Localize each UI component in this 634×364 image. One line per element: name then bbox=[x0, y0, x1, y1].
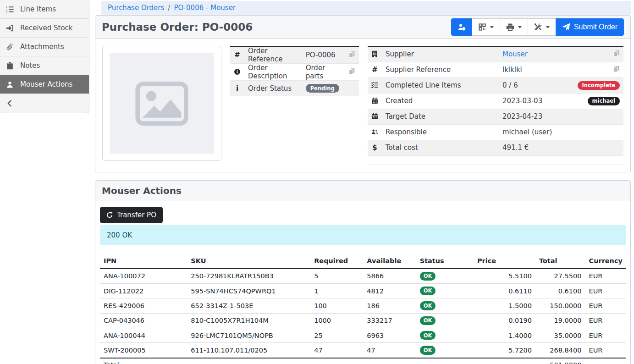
mouser-actions-title: Mouser Actions bbox=[102, 185, 182, 196]
sidebar-item-notes[interactable]: Notes bbox=[0, 56, 89, 75]
users-icon bbox=[371, 128, 378, 135]
cell-ipn: CAP-043046 bbox=[100, 313, 187, 328]
submit-order-button[interactable]: Submit Order bbox=[556, 18, 624, 36]
cell-available: 47 bbox=[363, 343, 416, 358]
cell-total: 0.6100 bbox=[535, 283, 585, 298]
cell-ipn: SWT-200005 bbox=[100, 343, 187, 358]
barcode-button[interactable] bbox=[472, 18, 500, 36]
transfer-po-label: Transfer PO bbox=[117, 211, 156, 219]
calendar-icon bbox=[371, 97, 378, 104]
copy-icon[interactable] bbox=[348, 51, 355, 60]
qrcode-icon bbox=[478, 23, 486, 31]
sign-in-icon bbox=[6, 24, 14, 32]
part-image-card[interactable] bbox=[102, 46, 221, 161]
table-row: RES-429006 652-3314Z-1-503E 100 186 OK 1… bbox=[100, 298, 626, 313]
calendar-icon bbox=[371, 113, 378, 120]
cell-ipn: DIG-112022 bbox=[100, 283, 187, 298]
col-header-available: Available bbox=[363, 254, 416, 269]
table-row: ANA-100072 250-72981KLRATR150B3 5 5866 O… bbox=[100, 269, 626, 284]
main-content: Purchase Orders / PO-0006 - Mouser Purch… bbox=[95, 1, 634, 364]
cell-available: 6963 bbox=[363, 328, 416, 343]
sidebar-item-label: Mouser Actions bbox=[20, 80, 72, 88]
detail-label: Supplier bbox=[382, 46, 499, 62]
cell-price: 5.5100 bbox=[474, 269, 535, 284]
detail-label: Responsible bbox=[382, 124, 499, 140]
table-row: DIG-112022 595-SN74HCS74QPWRQ1 1 4812 OK… bbox=[100, 283, 626, 298]
total-value: 501.0000 bbox=[535, 358, 585, 364]
cell-currency: EUR bbox=[585, 269, 626, 284]
cell-sku: 595-SN74HCS74QPWRQ1 bbox=[187, 283, 310, 298]
detail-row-responsible: Responsible michael (user) bbox=[368, 124, 623, 140]
cell-currency: EUR bbox=[585, 283, 626, 298]
order-actions-group: Submit Order bbox=[451, 18, 624, 36]
chevron-left-icon bbox=[6, 99, 14, 107]
cell-available: 186 bbox=[363, 298, 416, 313]
transfer-po-button[interactable]: Transfer PO bbox=[100, 207, 163, 223]
cell-sku: 810-C1005X7R1H104M bbox=[187, 313, 310, 328]
copy-icon[interactable] bbox=[613, 50, 620, 59]
cell-required: 47 bbox=[310, 343, 363, 358]
sidebar-item-mouser-actions[interactable]: Mouser Actions bbox=[0, 75, 89, 94]
breadcrumb-link-purchase-orders[interactable]: Purchase Orders bbox=[108, 4, 164, 12]
table-row: SWT-200005 611-110.107.011/0205 47 47 OK… bbox=[100, 343, 626, 358]
copy-icon[interactable] bbox=[348, 68, 355, 77]
cell-required: 1000 bbox=[310, 313, 363, 328]
col-header-ipn: IPN bbox=[100, 254, 187, 269]
cell-total: 150.0000 bbox=[535, 298, 585, 313]
paperclip-icon bbox=[6, 43, 14, 51]
sidebar-item-label: Line Items bbox=[20, 5, 56, 13]
detail-row-supplier-reference: # Supplier Reference lklklkl bbox=[368, 62, 623, 77]
sidebar-item-line-items[interactable]: 123 Line Items bbox=[0, 0, 89, 19]
cell-ipn: RES-429006 bbox=[100, 298, 187, 313]
detail-value: 2023-03-03 bbox=[499, 93, 574, 109]
cell-price: 1.5000 bbox=[474, 298, 535, 313]
sidebar-item-received-stock[interactable]: Received Stock bbox=[0, 19, 89, 38]
detail-row-order-status: i Order Status Pending bbox=[230, 81, 359, 96]
ok-badge: OK bbox=[420, 346, 436, 354]
admin-button[interactable] bbox=[451, 18, 472, 36]
cell-currency: EUR bbox=[585, 298, 626, 313]
cell-sku: 250-72981KLRATR150B3 bbox=[187, 269, 310, 284]
cell-price: 1.4000 bbox=[474, 328, 535, 343]
cell-required: 5 bbox=[310, 269, 363, 284]
dollar-icon: $ bbox=[372, 143, 377, 152]
purchase-order-panel: Purchase Order: PO-0006 bbox=[95, 15, 631, 172]
detail-label: Order Description bbox=[244, 64, 302, 81]
print-button[interactable] bbox=[500, 18, 528, 36]
table-row: CAP-043046 810-C1005X7R1H104M 1000 33321… bbox=[100, 313, 626, 328]
copy-icon[interactable] bbox=[613, 66, 620, 74]
detail-value: 0 / 6 bbox=[499, 77, 574, 93]
breadcrumb-separator: / bbox=[168, 4, 170, 12]
table-total-row: Total 501.0000 bbox=[100, 358, 626, 364]
breadcrumb: Purchase Orders / PO-0006 - Mouser bbox=[101, 1, 631, 15]
sidebar-item-label: Received Stock bbox=[20, 24, 73, 32]
submit-order-label: Submit Order bbox=[574, 23, 617, 31]
paper-plane-icon bbox=[562, 23, 570, 31]
supplier-details-table: Supplier Mouser # Supplier Reference lkl… bbox=[368, 46, 623, 165]
sidebar-item-attachments[interactable]: Attachments bbox=[0, 38, 89, 56]
detail-row-order-reference: # Order Reference PO-0006 bbox=[230, 46, 359, 64]
info-circle-icon bbox=[234, 68, 241, 75]
detail-row-completed-line-items: Completed Line Items 0 / 6 Incomplete bbox=[368, 77, 623, 93]
supplier-link[interactable]: Mouser bbox=[502, 50, 528, 58]
purchase-order-panel-header: Purchase Order: PO-0006 bbox=[95, 16, 630, 39]
cell-required: 100 bbox=[310, 298, 363, 313]
detail-row-supplier: Supplier Mouser bbox=[368, 46, 623, 62]
image-placeholder bbox=[110, 53, 214, 154]
user-shield-icon bbox=[458, 23, 466, 31]
clipboard-icon bbox=[6, 62, 14, 70]
sidebar-collapse[interactable] bbox=[0, 94, 89, 113]
status-badge: Pending bbox=[306, 84, 339, 93]
list-ol-icon: 123 bbox=[6, 6, 14, 13]
mouser-actions-panel-header: Mouser Actions bbox=[95, 181, 630, 201]
sidebar-item-label: Notes bbox=[20, 61, 40, 70]
order-details-table: # Order Reference PO-0006 Order Descript… bbox=[230, 46, 359, 96]
options-button[interactable] bbox=[528, 18, 556, 36]
table-header-row: IPN SKU Required Available Status Price … bbox=[100, 254, 626, 269]
cell-price: 0.6110 bbox=[474, 283, 535, 298]
cell-required: 25 bbox=[310, 328, 363, 343]
page-title: Purchase Order: PO-0006 bbox=[102, 21, 253, 33]
breadcrumb-link-current[interactable]: PO-0006 - Mouser bbox=[174, 4, 236, 12]
detail-value: Order parts bbox=[302, 64, 343, 81]
cell-total: 27.5500 bbox=[535, 269, 585, 284]
